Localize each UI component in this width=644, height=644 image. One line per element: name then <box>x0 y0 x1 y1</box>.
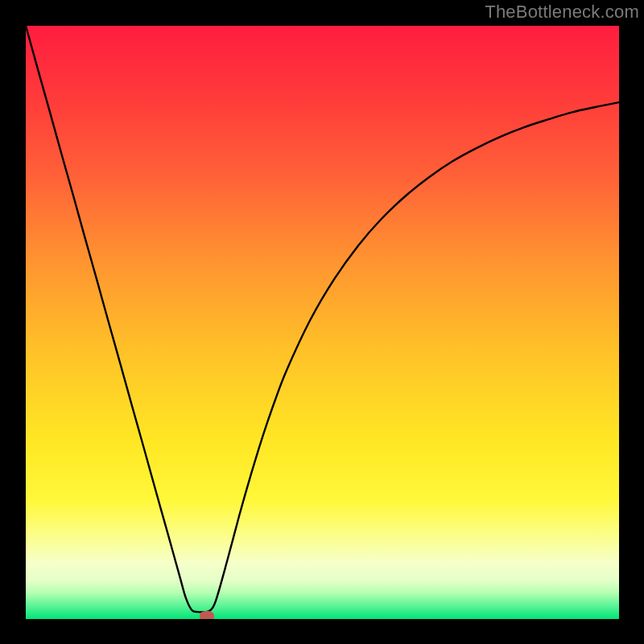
plot-area <box>26 26 619 619</box>
bottleneck-curve <box>26 26 619 612</box>
watermark-text: TheBottleneck.com <box>485 2 639 23</box>
curve-layer <box>26 26 619 619</box>
optimal-point-marker <box>200 611 214 619</box>
chart-stage: TheBottleneck.com <box>0 0 644 644</box>
